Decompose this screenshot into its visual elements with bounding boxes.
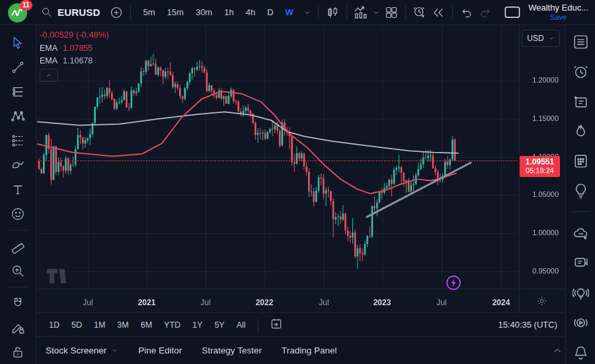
- utc-clock[interactable]: 15:40:35 (UTC): [498, 320, 557, 330]
- ema-fast-row[interactable]: EMA 1.07855: [40, 44, 109, 53]
- ema-slow-row[interactable]: EMA 1.10678: [40, 56, 109, 65]
- indicators-button[interactable]: [352, 3, 370, 22]
- zoom-in-icon[interactable]: [7, 262, 29, 279]
- timeframe-15m[interactable]: 15m: [163, 5, 188, 20]
- brush-tool-icon[interactable]: [7, 157, 29, 174]
- currency-label: USD: [527, 34, 543, 43]
- timeframe-5m[interactable]: 5m: [139, 5, 159, 20]
- alert-create-icon[interactable]: [411, 3, 429, 22]
- timeframe-30m[interactable]: 30m: [192, 5, 216, 20]
- panel-expand-chevron-icon[interactable]: [552, 346, 563, 356]
- streams-bulb-waves-icon[interactable]: [569, 284, 592, 301]
- ideas-lightbulb-icon[interactable]: [569, 182, 592, 199]
- ema-slow-label: EMA: [40, 56, 58, 65]
- timeframe-menu-chevron-icon[interactable]: [301, 3, 313, 22]
- app-window: 11 EURUSD 5m 15m 30m 1h 4h D W: [0, 0, 595, 364]
- economic-event-marker-icon[interactable]: [446, 275, 461, 291]
- ema-fast-value: 1.07855: [63, 44, 93, 53]
- toolbar-separator: [318, 5, 319, 20]
- ema-fast-label: EMA: [40, 44, 58, 53]
- xabcd-pattern-tool-icon[interactable]: [7, 108, 29, 125]
- tab-strategy-tester[interactable]: Strategy Tester: [202, 346, 262, 355]
- range-5y[interactable]: 5Y: [210, 318, 229, 332]
- chart-style-candles-button[interactable]: [323, 3, 342, 22]
- search-icon: [40, 3, 53, 22]
- notes-icon[interactable]: [569, 92, 592, 110]
- legend-collapse-button[interactable]: [40, 69, 58, 82]
- range-all[interactable]: All: [232, 318, 251, 332]
- measure-ruler-icon[interactable]: [7, 238, 29, 255]
- drawing-toolbar: [0, 25, 36, 364]
- chevron-down-icon: [111, 347, 118, 354]
- indicators-menu-chevron-icon[interactable]: [370, 3, 382, 22]
- timeframe-1d[interactable]: D: [263, 5, 277, 20]
- timeframe-4h[interactable]: 4h: [242, 5, 259, 20]
- save-layout-button[interactable]: Save: [550, 13, 567, 21]
- tab-stock-screener[interactable]: Stock Screener: [46, 346, 118, 355]
- range-1m[interactable]: 1M: [89, 318, 110, 332]
- toolbar-separator: [346, 5, 347, 20]
- range-3m[interactable]: 3M: [112, 318, 133, 332]
- tab-trading-panel[interactable]: Trading Panel: [282, 346, 337, 355]
- toolbar-divider: [571, 211, 590, 212]
- forecast-tool-icon[interactable]: [7, 132, 29, 149]
- top-toolbar: 11 EURUSD 5m 15m 30m 1h 4h D W: [0, 0, 595, 25]
- toolbar-divider: [8, 287, 28, 287]
- redo-icon[interactable]: [476, 3, 495, 22]
- text-tool-icon[interactable]: [7, 181, 29, 198]
- ema-slow-value: 1.10678: [63, 56, 93, 65]
- toolbar-divider: [8, 230, 28, 231]
- bottom-panel-tabs: Stock Screener Pine Editor Strategy Test…: [36, 336, 595, 364]
- toolbar-separator: [452, 5, 453, 20]
- price-change-text: -0.00529 (-0.48%): [40, 30, 109, 40]
- calendar-icon[interactable]: [569, 152, 592, 169]
- chart-legend: -0.00529 (-0.48%) EMA 1.07855 EMA 1.1067…: [40, 30, 109, 82]
- timeframe-group: 5m 15m 30m 1h 4h D W: [139, 3, 313, 22]
- snapshot-rectangle-icon[interactable]: [503, 3, 522, 22]
- notifications-bell-icon[interactable]: [569, 344, 592, 361]
- timeframe-1w-active[interactable]: W: [282, 5, 298, 20]
- compare-add-symbol-button[interactable]: [107, 3, 126, 22]
- range-1y[interactable]: 1Y: [188, 318, 207, 332]
- range-5d[interactable]: 5D: [67, 318, 87, 332]
- bottom-range-toolbar: 1D 5D 1M 3M 6M YTD 1Y 5Y All 15:40:35 (U…: [36, 312, 565, 336]
- minds-cloud-icon[interactable]: [569, 225, 592, 242]
- hotlists-flame-icon[interactable]: [569, 122, 592, 139]
- account-area: Wealthy Educ... Save: [503, 3, 588, 22]
- watchlist-icon[interactable]: [569, 33, 592, 50]
- bar-replay-icon[interactable]: [429, 3, 448, 22]
- last-price-tag: 1.09551 05:19:24: [520, 156, 560, 177]
- alerts-clock-icon[interactable]: [569, 63, 592, 80]
- last-price-value: 1.09551: [520, 157, 560, 166]
- toolbar-separator: [405, 5, 406, 20]
- notification-count-badge: 11: [20, 0, 32, 11]
- range-6m[interactable]: 6M: [136, 318, 157, 332]
- symbol-search-button[interactable]: EURUSD: [40, 3, 100, 22]
- account-menu-button[interactable]: 11: [0, 0, 34, 25]
- emoji-tool-icon[interactable]: [7, 205, 29, 223]
- undo-icon[interactable]: [457, 3, 476, 22]
- trend-line-tool-icon[interactable]: [7, 59, 29, 76]
- range-ytd[interactable]: YTD: [159, 318, 185, 332]
- tab-pine-editor[interactable]: Pine Editor: [138, 346, 182, 355]
- tradingview-watermark-icon: [46, 266, 69, 287]
- magnet-mode-icon[interactable]: [7, 295, 29, 312]
- price-scale-settings-gear-icon[interactable]: [536, 295, 548, 307]
- right-sidebar: [565, 25, 595, 364]
- timeframe-1h[interactable]: 1h: [220, 5, 237, 20]
- toolbar-separator: [258, 318, 258, 332]
- layout-grid-button[interactable]: [382, 3, 401, 22]
- layout-name[interactable]: Wealthy Educ...: [528, 3, 588, 13]
- symbol-name: EURUSD: [58, 7, 100, 18]
- go-to-date-icon[interactable]: [270, 317, 283, 333]
- lock-all-drawings-icon[interactable]: [7, 344, 29, 361]
- currency-selector[interactable]: USD: [522, 30, 560, 47]
- cursor-tool-icon[interactable]: [7, 34, 29, 52]
- live-broadcast-icon[interactable]: [569, 314, 592, 331]
- fib-retracement-tool-icon[interactable]: [7, 83, 29, 100]
- chats-icon[interactable]: [569, 254, 592, 272]
- bar-countdown: 05:19:24: [520, 166, 560, 175]
- toolbar-separator: [130, 5, 131, 20]
- range-1d[interactable]: 1D: [44, 318, 64, 332]
- drawing-sync-lock-icon[interactable]: [7, 319, 29, 336]
